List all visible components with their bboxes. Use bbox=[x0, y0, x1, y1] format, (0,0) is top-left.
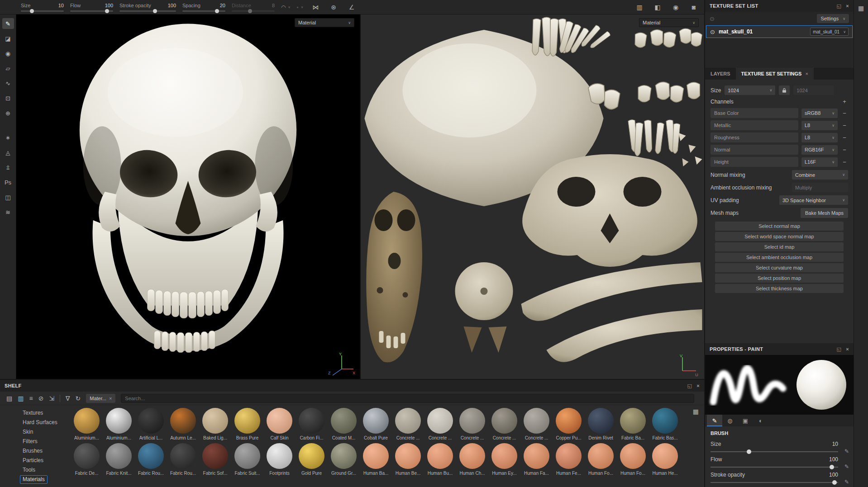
material-mode-dropdown[interactable]: Material ∨ bbox=[295, 18, 354, 27]
shelf-category[interactable]: Filters bbox=[20, 437, 40, 446]
projection-tool[interactable]: ◉ bbox=[2, 48, 14, 59]
material-item[interactable]: Fabric De... bbox=[71, 443, 103, 476]
material-item[interactable]: Baked Lig... bbox=[199, 408, 231, 440]
material-item[interactable]: Fabric Sof... bbox=[199, 443, 231, 476]
material-thumbnail[interactable] bbox=[620, 408, 646, 434]
material-thumbnail[interactable] bbox=[588, 443, 614, 469]
material-item[interactable]: Fabric Suit... bbox=[231, 443, 263, 476]
material-thumbnail[interactable] bbox=[556, 443, 582, 469]
material-item[interactable]: Autumn Le... bbox=[167, 408, 199, 440]
select-mesh-map-button[interactable]: Select ambient occlusion map bbox=[715, 253, 844, 262]
slider-track[interactable] bbox=[711, 482, 838, 483]
material-thumbnail[interactable] bbox=[331, 443, 357, 469]
undock-icon[interactable]: ◱ bbox=[837, 3, 842, 9]
slider-track[interactable] bbox=[21, 10, 64, 12]
material-thumbnail[interactable] bbox=[556, 408, 582, 434]
material-item[interactable]: Human Fa... bbox=[520, 443, 553, 476]
size-dropdown[interactable]: 1024 ∨ bbox=[725, 85, 775, 95]
particles-tool[interactable]: ∗ bbox=[2, 132, 14, 143]
material-item[interactable]: Concrete ... bbox=[424, 408, 456, 440]
select-mesh-map-button[interactable]: Select world space normal map bbox=[715, 232, 844, 241]
viewport-3d[interactable]: Material ∨ Y X Z bbox=[16, 14, 360, 379]
tab-alpha[interactable]: ◍ bbox=[722, 415, 738, 426]
export-button[interactable]: ⇫ bbox=[2, 162, 14, 173]
import-resources-icon[interactable]: ⇲ bbox=[49, 395, 54, 402]
material-thumbnail[interactable] bbox=[524, 408, 549, 434]
falloff-curve-selector[interactable]: ◠ ∨ bbox=[281, 4, 291, 10]
slider-handle[interactable] bbox=[832, 480, 837, 485]
material-thumbnail[interactable] bbox=[234, 408, 260, 434]
normal-mixing-dropdown[interactable]: Combine ∨ bbox=[792, 170, 848, 180]
channel-name-field[interactable]: Metallic bbox=[711, 120, 798, 130]
select-mesh-map-button[interactable]: Select curvature map bbox=[715, 263, 844, 272]
brush-slider[interactable]: Stroke opacity 100 ✎ bbox=[711, 472, 838, 483]
slider-handle[interactable] bbox=[30, 9, 34, 13]
display-settings-button[interactable]: ◫ bbox=[2, 192, 14, 203]
material-thumbnail[interactable] bbox=[427, 443, 453, 469]
channel-name-field[interactable]: Base Color bbox=[711, 108, 798, 118]
toolbar-slider[interactable]: Flow 100 bbox=[70, 3, 113, 12]
tab-layers[interactable]: LAYERS bbox=[705, 68, 736, 80]
undock-icon[interactable]: ◱ bbox=[837, 346, 842, 352]
shelf-category[interactable]: Tools bbox=[20, 466, 38, 474]
channel-format-dropdown[interactable]: L8 ∨ bbox=[801, 121, 838, 130]
channel-format-dropdown[interactable]: L16F ∨ bbox=[801, 157, 838, 167]
brush-slider[interactable]: Size 10 ✎ bbox=[711, 441, 838, 452]
polygon-fill-tool[interactable]: ▱ bbox=[2, 63, 14, 74]
material-item[interactable]: Fabric Bas... bbox=[649, 408, 681, 440]
slider-track[interactable] bbox=[711, 467, 838, 468]
texture-set-settings-button[interactable]: Settings ∨ bbox=[817, 14, 849, 23]
material-mode-dropdown[interactable]: Material ∨ bbox=[639, 18, 699, 27]
material-thumbnail[interactable] bbox=[74, 408, 100, 434]
material-item[interactable]: Human He... bbox=[649, 443, 681, 476]
snap-icon[interactable]: ∠ bbox=[346, 4, 358, 11]
material-thumbnail[interactable] bbox=[234, 443, 260, 469]
remove-channel-button[interactable]: − bbox=[841, 122, 848, 129]
material-item[interactable]: Cobalt Pure bbox=[360, 408, 392, 440]
material-thumbnail[interactable] bbox=[459, 443, 485, 469]
material-item[interactable]: Ground Gr... bbox=[328, 443, 360, 476]
slider-track[interactable] bbox=[232, 10, 275, 12]
material-item[interactable]: Human Fe... bbox=[553, 443, 585, 476]
slider-handle[interactable] bbox=[248, 9, 252, 13]
material-thumbnail[interactable] bbox=[459, 408, 485, 434]
shelf-category[interactable]: Textures bbox=[20, 409, 46, 417]
slider-handle[interactable] bbox=[153, 9, 157, 13]
material-item[interactable]: Gold Pure bbox=[296, 443, 328, 476]
display-settings-icon[interactable]: ▥ bbox=[634, 4, 645, 11]
pressure-profile-selector[interactable]: ◦ ∨ bbox=[297, 4, 303, 10]
material-thumbnail[interactable] bbox=[202, 443, 228, 469]
screenshot-icon[interactable]: ◙ bbox=[688, 4, 700, 11]
refresh-icon[interactable]: ↻ bbox=[75, 395, 81, 402]
material-item[interactable]: Aluminium... bbox=[103, 408, 135, 440]
material-thumbnail[interactable] bbox=[106, 443, 132, 469]
bake-mesh-maps-button[interactable]: Bake Mesh Maps bbox=[801, 208, 848, 218]
material-item[interactable]: Fabric Ba... bbox=[617, 408, 649, 440]
brush-slider[interactable]: Flow 100 ✎ bbox=[711, 456, 838, 468]
material-thumbnail[interactable] bbox=[652, 443, 678, 469]
camera-settings-icon[interactable]: ◉ bbox=[670, 4, 682, 11]
material-thumbnail[interactable] bbox=[74, 443, 100, 469]
mirror-symmetry-icon[interactable]: ⋈ bbox=[310, 4, 321, 11]
channel-format-dropdown[interactable]: L8 ∨ bbox=[801, 133, 838, 142]
uv-padding-dropdown[interactable]: 3D Space Neighbor ∨ bbox=[779, 195, 848, 205]
material-thumbnail[interactable] bbox=[491, 408, 517, 434]
material-item[interactable]: Calf Skin bbox=[263, 408, 296, 440]
toolbar-slider[interactable]: Size 10 bbox=[21, 3, 64, 12]
shelf-category[interactable]: Materials bbox=[20, 475, 48, 484]
material-thumbnail[interactable] bbox=[267, 408, 292, 434]
texture-set-item-selected[interactable]: ⊙ mat_skull_01 mat_skull_01 ∨ bbox=[706, 25, 853, 38]
material-thumbnail[interactable] bbox=[170, 443, 196, 469]
remove-channel-button[interactable]: − bbox=[841, 147, 848, 153]
material-picker-tool[interactable]: ⊕ bbox=[2, 108, 14, 118]
texture-set-dropdown[interactable]: mat_skull_01 ∨ bbox=[810, 28, 849, 36]
tab-brush[interactable]: ✎ bbox=[707, 415, 722, 426]
material-item[interactable]: Denim Rivet bbox=[585, 408, 617, 440]
material-item[interactable]: Fabric Rou... bbox=[135, 443, 167, 476]
material-item[interactable]: Human Fo... bbox=[585, 443, 617, 476]
remove-channel-button[interactable]: − bbox=[841, 110, 848, 117]
channel-name-field[interactable]: Normal bbox=[711, 145, 798, 155]
remove-channel-button[interactable]: − bbox=[841, 159, 848, 165]
close-tab-icon[interactable]: × bbox=[805, 71, 808, 76]
filter-icon[interactable]: ∇ bbox=[66, 395, 70, 402]
